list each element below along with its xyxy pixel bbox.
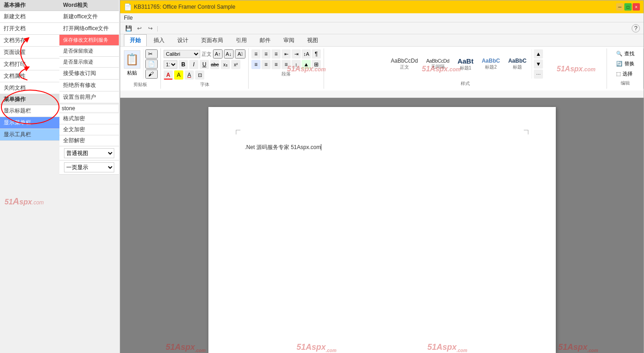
decrypt-all-btn[interactable]: 全部解密	[59, 135, 119, 146]
set-user-btn[interactable]: 设置当前用户	[59, 91, 119, 103]
title-bar-text: KB311765: Office Framer Control Sample	[134, 4, 235, 10]
font-size-decrease-btn[interactable]: A↓	[224, 49, 234, 59]
help-btn[interactable]: ?	[632, 24, 640, 32]
font-size-select[interactable]: 11	[164, 60, 177, 69]
shading-btn[interactable]: A	[185, 70, 194, 80]
tab-references[interactable]: 引用	[230, 34, 253, 46]
find-btn[interactable]: 🔍 查找	[614, 49, 636, 58]
superscript-btn[interactable]: x²	[231, 60, 240, 69]
word-related-label: Word相关	[59, 0, 119, 11]
document-page[interactable]: .Net 源码服务专家 51Aspx.com	[208, 107, 556, 353]
maximize-btn[interactable]: □	[624, 3, 632, 11]
close-doc-btn[interactable]: 关闭文档	[0, 82, 59, 94]
open-doc-btn[interactable]: 打开文档	[0, 23, 59, 35]
numbering-btn[interactable]: ≡	[261, 49, 271, 59]
bullets-btn[interactable]: ≡	[251, 49, 261, 59]
sort-btn[interactable]: ↕A	[302, 49, 311, 59]
select-btn[interactable]: ⬚ 选择	[614, 70, 636, 78]
outdent-btn[interactable]: ⇤	[282, 49, 291, 59]
style-normal-label: 正文	[391, 64, 418, 70]
style-no-spacing-item[interactable]: AaBbCcDd 无间隔	[423, 57, 452, 71]
style-normal-item[interactable]: AaBbCcDd 正文	[388, 56, 421, 72]
close-btn[interactable]: ×	[633, 3, 640, 11]
tab-review[interactable]: 审阅	[277, 34, 300, 46]
style-h1-item[interactable]: AaBt 标题1	[454, 56, 477, 73]
style-gallery: AaBbCcDd 正文 AaBbCcDd 无间隔 AaBt 标题1 AaBbC …	[388, 49, 543, 79]
tab-insert[interactable]: 插入	[148, 34, 170, 46]
view-options-select[interactable]: 普通视图 页面视图	[64, 148, 114, 158]
style-h3-label: 标题	[508, 64, 527, 70]
save-doc-btn[interactable]: 文档另存	[0, 35, 59, 47]
open-net-office-btn[interactable]: 打开网络office文件	[59, 23, 119, 35]
highlight-btn[interactable]: A	[174, 70, 183, 80]
redo-btn[interactable]: ↪	[146, 24, 155, 33]
line-spacing-btn[interactable]: ↕	[292, 60, 301, 69]
bold-btn[interactable]: B	[179, 60, 188, 69]
office-frame: 📄 KB311765: Office Framer Control Sample…	[120, 0, 644, 353]
shading-para-btn[interactable]: ▲	[302, 60, 311, 69]
tab-page-layout[interactable]: 页面布局	[195, 34, 229, 46]
style-h2-item[interactable]: AaBbC 标题2	[479, 56, 503, 72]
style-h3-item[interactable]: AaBbC 标题	[505, 56, 530, 72]
undo-btn[interactable]: ↩	[135, 24, 144, 33]
replace-btn[interactable]: 🔄 替换	[614, 59, 636, 68]
doc-props-btn[interactable]: 文档属性	[0, 70, 59, 82]
underline-btn[interactable]: U	[200, 60, 209, 69]
print-doc-btn[interactable]: 文档打印	[0, 59, 59, 70]
strikethrough-btn[interactable]: abc	[210, 60, 219, 69]
tab-design[interactable]: 设计	[171, 34, 194, 46]
show-menubar-btn[interactable]: 显示菜单栏	[0, 117, 59, 129]
replace-icon: 🔄	[616, 61, 623, 67]
show-toolbar-btn[interactable]: 显示标题栏	[0, 105, 59, 117]
tab-mailings[interactable]: 邮件	[254, 34, 277, 46]
paste-btn[interactable]: 📋 粘贴	[123, 49, 141, 77]
new-doc-btn[interactable]: 新建文档	[0, 11, 59, 23]
border-btn[interactable]: ⊡	[195, 70, 204, 80]
justify-btn[interactable]: ≡	[282, 60, 291, 69]
style-gallery-up-btn[interactable]: ▲	[534, 49, 543, 59]
align-left-btn[interactable]: ≡	[251, 60, 261, 69]
font-color-btn[interactable]: A	[164, 70, 173, 80]
document-area[interactable]: .Net 源码服务专家 51Aspx.com 51Aspx.com 51Aspx…	[120, 98, 644, 353]
style-gallery-down-btn[interactable]: ▼	[534, 59, 543, 69]
save-modify-btn[interactable]: 保存修改文档到服务	[59, 35, 119, 46]
clipboard-group: 📋 粘贴 ✂ 📄 🖌 剪贴板	[120, 48, 161, 89]
multilevel-btn[interactable]: ≡	[271, 49, 281, 59]
style-more-btn[interactable]: ⋯	[534, 70, 543, 79]
page-setup-btn[interactable]: 页面设置	[0, 47, 59, 59]
minimize-btn[interactable]: ─	[616, 3, 623, 11]
tab-view[interactable]: 视图	[301, 34, 324, 46]
styles-group: AaBbCcDd 正文 AaBbCcDd 无间隔 AaBt 标题1 AaBbC …	[324, 48, 607, 89]
check-save-btn[interactable]: 是否保留痕迹	[59, 46, 119, 57]
copy-btn[interactable]: 📄	[145, 59, 158, 69]
show-revision-btn[interactable]: 是否显示痕迹	[59, 57, 119, 68]
stone-label: stone	[59, 104, 119, 112]
encrypt-format-btn[interactable]: 格式加密	[59, 113, 119, 124]
accept-revision-btn[interactable]: 接受修改订阅	[59, 68, 119, 80]
show-toolstrip-btn[interactable]: 显示工具栏	[0, 129, 59, 141]
new-office-btn[interactable]: 新建office文件	[59, 11, 119, 23]
encrypt-full-btn[interactable]: 全文加密	[59, 124, 119, 135]
doc-body-text[interactable]: .Net 源码服务专家 51Aspx.com	[245, 144, 519, 151]
border-para-btn[interactable]: ⊞	[312, 60, 321, 69]
reject-all-btn[interactable]: 拒绝所有修改	[59, 80, 119, 91]
font-size-increase-btn[interactable]: A↑	[213, 49, 223, 59]
subscript-btn[interactable]: x₂	[221, 60, 230, 69]
clear-format-btn[interactable]: A⃝	[235, 49, 245, 59]
page-display-select[interactable]: 一页显示 双页显示	[64, 162, 114, 172]
paragraph-group: ≡ ≡ ≡ ⇤ ⇥ ↕A ¶ ≡ ≡ ≡ ≡ ↕ ▲ ⊞ 段	[249, 48, 324, 89]
tab-start[interactable]: 开始	[124, 34, 147, 46]
align-center-btn[interactable]: ≡	[261, 60, 271, 69]
italic-btn[interactable]: I	[189, 60, 198, 69]
paragraph-group-label: 段落	[282, 70, 291, 77]
file-menu[interactable]: File	[124, 15, 133, 21]
indent-btn[interactable]: ⇥	[292, 49, 301, 59]
format-painter-btn[interactable]: 🖌	[145, 70, 158, 79]
show-marks-btn[interactable]: ¶	[312, 49, 321, 59]
style-no-spacing-label: 无间隔	[426, 64, 449, 70]
font-name-select[interactable]: Calibri	[164, 50, 200, 58]
styles-group-label: 样式	[461, 80, 470, 87]
cut-btn[interactable]: ✂	[145, 49, 158, 59]
align-right-btn[interactable]: ≡	[271, 60, 281, 69]
save-quick-btn[interactable]: 💾	[124, 24, 133, 33]
